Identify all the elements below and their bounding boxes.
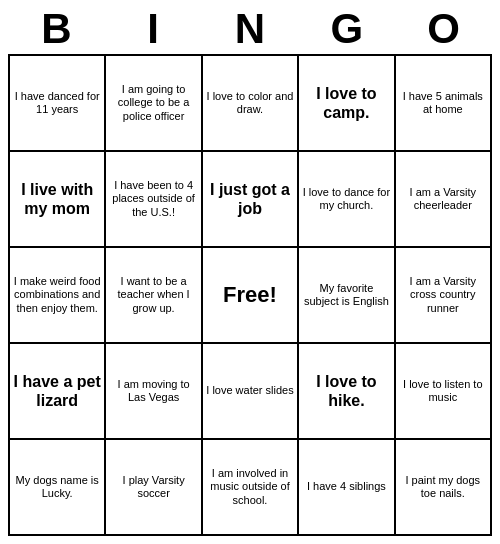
bingo-cell: I just got a job	[203, 152, 299, 248]
bingo-cell: I am a Varsity cross country runner	[396, 248, 492, 344]
bingo-cell: I have been to 4 places outside of the U…	[106, 152, 202, 248]
bingo-cell: My favorite subject is English	[299, 248, 395, 344]
bingo-cell: I live with my mom	[10, 152, 106, 248]
bingo-cell: My dogs name is Lucky.	[10, 440, 106, 536]
bingo-cell: I am moving to Las Vegas	[106, 344, 202, 440]
bingo-cell: I love to listen to music	[396, 344, 492, 440]
bingo-cell: I play Varsity soccer	[106, 440, 202, 536]
bingo-cell: I paint my dogs toe nails.	[396, 440, 492, 536]
bingo-letter: B	[8, 8, 105, 50]
bingo-letter: G	[298, 8, 395, 50]
bingo-cell: I love water slides	[203, 344, 299, 440]
bingo-cell: I have 4 siblings	[299, 440, 395, 536]
bingo-cell: I am a Varsity cheerleader	[396, 152, 492, 248]
bingo-cell: I love to hike.	[299, 344, 395, 440]
bingo-letter: N	[202, 8, 299, 50]
bingo-cell: I have a pet lizard	[10, 344, 106, 440]
bingo-cell: I have danced for 11 years	[10, 56, 106, 152]
bingo-cell: I have 5 animals at home	[396, 56, 492, 152]
bingo-cell: I am going to college to be a police off…	[106, 56, 202, 152]
bingo-letter: I	[105, 8, 202, 50]
bingo-cell: Free!	[203, 248, 299, 344]
bingo-cell: I love to dance for my church.	[299, 152, 395, 248]
bingo-cell: I love to color and draw.	[203, 56, 299, 152]
bingo-grid: I have danced for 11 yearsI am going to …	[8, 54, 492, 536]
bingo-cell: I love to camp.	[299, 56, 395, 152]
bingo-cell: I want to be a teacher when I grow up.	[106, 248, 202, 344]
bingo-letter: O	[395, 8, 492, 50]
bingo-title: BINGO	[8, 8, 492, 50]
bingo-cell: I make weird food combinations and then …	[10, 248, 106, 344]
bingo-cell: I am involved in music outside of school…	[203, 440, 299, 536]
